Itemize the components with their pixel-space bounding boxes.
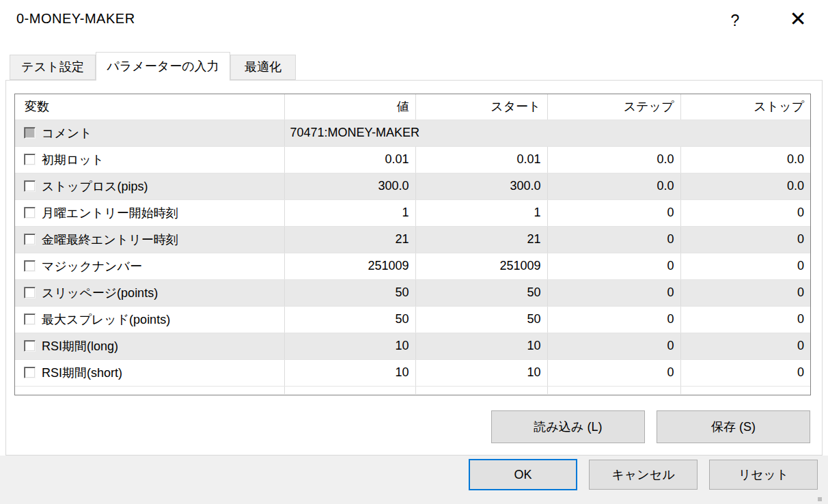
row-checkbox[interactable] (24, 340, 36, 352)
column-header-value[interactable]: 値 (284, 94, 415, 120)
table-row: RSI期間(long) 10 10 0 0 (15, 333, 810, 359)
close-icon[interactable]: ✕ (782, 5, 814, 34)
save-button[interactable]: 保存 (S) (657, 410, 810, 443)
param-stop[interactable]: 0 (680, 226, 810, 253)
title-bar: 0-MONEY-MAKER ? ✕ (0, 0, 828, 41)
param-value[interactable]: 251009 (284, 253, 415, 279)
tab-optimization[interactable]: 最適化 (230, 55, 296, 80)
column-header-stop[interactable]: ストップ (680, 94, 810, 120)
ok-button[interactable]: OK (469, 459, 577, 490)
param-label: RSI期間(short) (42, 366, 122, 380)
tab-input-parameters[interactable]: パラメーターの入力 (96, 52, 230, 81)
row-checkbox[interactable] (24, 207, 36, 219)
param-label: 金曜最終エントリー時刻 (42, 233, 178, 247)
param-step[interactable]: 0 (547, 333, 680, 359)
param-stop[interactable]: 0 (680, 199, 810, 226)
resize-grip[interactable] (818, 497, 822, 501)
column-header-start[interactable]: スタート (415, 94, 547, 120)
param-step[interactable]: 0.0 (547, 146, 680, 173)
table-row: コメント 70471:MONEY-MAKER (15, 120, 810, 146)
table-header-row: 変数 値 スタート ステップ ストップ (15, 94, 810, 120)
param-label: 月曜エントリー開始時刻 (42, 206, 178, 220)
table-row: RSI期間(short) 10 10 0 0 (15, 359, 810, 386)
param-step[interactable]: 0 (547, 279, 680, 306)
reset-button[interactable]: リセット (709, 460, 818, 490)
param-label: スリッページ(points) (42, 286, 158, 300)
footer-bar: OK キャンセル リセット (0, 456, 828, 504)
row-checkbox[interactable] (24, 127, 36, 139)
param-stop[interactable]: 0 (680, 359, 810, 386)
param-step[interactable]: 0 (547, 199, 680, 226)
param-value[interactable]: 0.01 (284, 146, 415, 173)
table-row: 金曜最終エントリー時刻 21 21 0 0 (15, 226, 810, 253)
param-start[interactable]: 300.0 (415, 173, 547, 199)
param-value[interactable]: 10 (284, 333, 415, 359)
table-row: 最大スプレッド(points) 50 50 0 0 (15, 306, 810, 333)
param-start[interactable]: 1 (415, 199, 547, 226)
ea-properties-dialog: 0-MONEY-MAKER ? ✕ テスト設定 パラメーターの入力 最適化 変数… (0, 0, 828, 504)
param-step[interactable]: 0.0 (547, 173, 680, 199)
row-checkbox[interactable] (24, 260, 36, 272)
param-value[interactable]: 1 (284, 199, 415, 226)
tab-panel: 変数 値 スタート ステップ ストップ コメント 70471:MONEY-MAK… (5, 80, 823, 456)
param-stop[interactable]: 0.0 (680, 173, 810, 199)
param-start[interactable]: 0.01 (415, 146, 547, 173)
param-label: RSI期間(long) (42, 339, 118, 353)
param-label: 最大スプレッド(points) (42, 313, 170, 326)
cancel-button[interactable]: キャンセル (589, 460, 698, 490)
help-icon[interactable]: ? (720, 7, 750, 34)
window-title: 0-MONEY-MAKER (16, 11, 135, 27)
param-stop[interactable]: 0.0 (680, 146, 810, 173)
row-checkbox[interactable] (24, 287, 36, 298)
param-step[interactable]: 0 (547, 306, 680, 333)
param-label: ストップロス(pips) (42, 180, 148, 193)
tab-test-settings[interactable]: テスト設定 (10, 55, 96, 80)
table-filler-row (15, 386, 810, 394)
table-row: スリッページ(points) 50 50 0 0 (15, 279, 810, 306)
param-stop[interactable]: 0 (680, 279, 810, 306)
param-value[interactable]: 10 (284, 359, 415, 386)
param-start[interactable]: 10 (415, 333, 547, 359)
table-row: ストップロス(pips) 300.0 300.0 0.0 0.0 (15, 173, 810, 199)
param-start[interactable]: 10 (415, 359, 547, 386)
parameters-table: 変数 値 スタート ステップ ストップ コメント 70471:MONEY-MAK… (14, 94, 811, 395)
param-value[interactable]: 50 (284, 279, 415, 306)
param-label: マジックナンバー (42, 260, 142, 273)
load-button[interactable]: 読み込み (L) (491, 410, 645, 443)
param-stop[interactable]: 0 (680, 333, 810, 359)
table-row: 月曜エントリー開始時刻 1 1 0 0 (15, 199, 810, 226)
param-label: 初期ロット (42, 153, 104, 167)
param-step[interactable]: 0 (547, 253, 680, 279)
param-stop[interactable]: 0 (680, 306, 810, 333)
param-start[interactable]: 50 (415, 306, 547, 333)
param-value[interactable]: 21 (284, 226, 415, 253)
param-value[interactable]: 70471:MONEY-MAKER (284, 120, 810, 146)
row-checkbox[interactable] (24, 367, 36, 378)
param-step[interactable]: 0 (547, 359, 680, 386)
param-start[interactable]: 50 (415, 279, 547, 306)
column-header-variable[interactable]: 変数 (15, 94, 284, 120)
param-value[interactable]: 50 (284, 306, 415, 333)
table-row: 初期ロット 0.01 0.01 0.0 0.0 (15, 146, 810, 173)
param-step[interactable]: 0 (547, 226, 680, 253)
param-start[interactable]: 251009 (415, 253, 547, 279)
column-header-step[interactable]: ステップ (547, 94, 680, 120)
row-checkbox[interactable] (24, 313, 36, 325)
param-value[interactable]: 300.0 (284, 173, 415, 199)
row-checkbox[interactable] (24, 234, 36, 245)
param-label: コメント (42, 126, 92, 140)
param-start[interactable]: 21 (415, 226, 547, 253)
row-checkbox[interactable] (24, 180, 36, 192)
param-stop[interactable]: 0 (680, 253, 810, 279)
table-row: マジックナンバー 251009 251009 0 0 (15, 253, 810, 279)
row-checkbox[interactable] (24, 154, 36, 165)
